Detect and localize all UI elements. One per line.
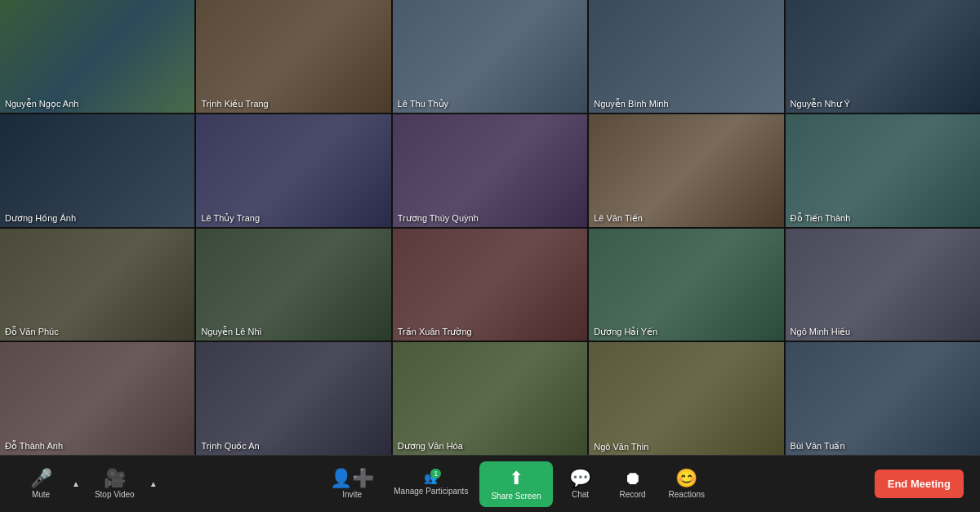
participant-name-10: Đỗ Tiến Thành (791, 213, 851, 224)
video-cell-2[interactable]: Trịnh Kiều Trang (196, 0, 390, 113)
stop-video-button[interactable]: 🎥 Stop Video (87, 465, 143, 504)
manage-participants-label: Manage Participants (394, 487, 468, 496)
camera-icon: 🎥 (104, 470, 126, 488)
participant-name-20: Bùi Văn Tuấn (791, 441, 845, 452)
participant-name-6: Dương Hồng Ánh (5, 213, 76, 224)
microphone-icon: 🎤 (30, 470, 52, 488)
video-cell-8[interactable]: Trương Thúy Quỳnh (393, 114, 587, 227)
participant-name-8: Trương Thúy Quỳnh (398, 213, 479, 224)
participant-name-17: Trịnh Quốc An (201, 441, 259, 452)
participant-name-1: Nguyễn Ngọc Anh (5, 99, 78, 109)
share-screen-label: Share Screen (491, 492, 541, 501)
video-grid: Nguyễn Ngọc AnhTrịnh Kiều TrangLê Thu Th… (0, 0, 980, 455)
invite-icon: 👤➕ (330, 470, 374, 488)
video-cell-10[interactable]: Đỗ Tiến Thành (786, 114, 980, 227)
participant-name-5: Nguyễn Như Ý (791, 99, 850, 109)
reactions-label: Reactions (669, 490, 705, 499)
participants-badge: 1 (430, 469, 441, 479)
participant-name-2: Trịnh Kiều Trang (201, 99, 268, 109)
video-cell-4[interactable]: Nguyễn Bình Minh (589, 0, 783, 113)
participants-icon-wrap: 👥 1 (424, 472, 438, 484)
video-cell-19[interactable]: Ngô Văn Thin (589, 342, 783, 455)
video-cell-20[interactable]: Bùi Văn Tuấn (786, 342, 980, 455)
participant-name-16: Đỗ Thành Anh (5, 441, 63, 452)
video-cell-16[interactable]: Đỗ Thành Anh (0, 342, 194, 455)
chat-button[interactable]: 💬 Chat (556, 465, 605, 504)
participant-name-19: Ngô Văn Thin (594, 442, 648, 452)
chat-label: Chat (572, 490, 589, 499)
toolbar-left: 🎤 Mute ▲ 🎥 Stop Video ▲ (16, 465, 161, 504)
video-cell-13[interactable]: Trần Xuân Trường (393, 229, 587, 341)
participant-name-3: Lê Thu Thủy (398, 99, 448, 109)
video-cell-18[interactable]: Dương Văn Hóa (393, 342, 587, 455)
video-cell-7[interactable]: Lê Thủy Trang (196, 114, 390, 227)
video-cell-5[interactable]: Nguyễn Như Ý (786, 0, 980, 113)
participant-name-4: Nguyễn Bình Minh (594, 99, 668, 109)
video-cell-6[interactable]: Dương Hồng Ánh (0, 114, 194, 227)
video-cell-12[interactable]: Nguyễn Lê Nhì (196, 229, 390, 341)
reactions-button[interactable]: 😊 Reactions (661, 465, 713, 504)
participant-name-11: Đỗ Văn Phúc (5, 327, 59, 337)
video-cell-11[interactable]: Đỗ Văn Phúc (0, 229, 194, 341)
participant-name-13: Trần Xuân Trường (398, 327, 472, 337)
video-cell-9[interactable]: Lê Văn Tiến (589, 114, 783, 227)
participant-name-18: Dương Văn Hóa (398, 441, 463, 452)
mute-chevron[interactable]: ▲ (69, 474, 83, 493)
video-cell-17[interactable]: Trịnh Quốc An (196, 342, 390, 455)
toolbar-center: 👤➕ Invite 👥 1 Manage Participants ⬆ Shar… (161, 461, 875, 507)
participant-name-12: Nguyễn Lê Nhì (201, 327, 261, 337)
participant-name-9: Lê Văn Tiến (594, 213, 643, 224)
toolbar: 🎤 Mute ▲ 🎥 Stop Video ▲ 👤➕ Invite 👥 1 Ma… (0, 455, 980, 512)
invite-label: Invite (342, 490, 362, 499)
video-chevron[interactable]: ▲ (146, 474, 161, 493)
participant-name-14: Dương Hải Yến (594, 327, 657, 337)
reactions-icon: 😊 (675, 470, 697, 488)
record-label: Record (619, 490, 645, 499)
share-screen-button[interactable]: ⬆ Share Screen (479, 461, 552, 507)
mute-button[interactable]: 🎤 Mute (16, 465, 65, 504)
video-cell-3[interactable]: Lê Thu Thủy (393, 0, 587, 113)
video-cell-14[interactable]: Dương Hải Yến (589, 229, 783, 341)
participant-name-15: Ngô Minh Hiếu (791, 327, 851, 337)
video-cell-15[interactable]: Ngô Minh Hiếu (786, 229, 980, 341)
video-cell-1[interactable]: Nguyễn Ngọc Anh (0, 0, 194, 113)
manage-participants-button[interactable]: 👥 1 Manage Participants (385, 467, 476, 501)
mute-label: Mute (32, 490, 50, 499)
share-screen-icon: ⬆ (509, 468, 523, 489)
stop-video-label: Stop Video (95, 490, 135, 499)
toolbar-right: End Meeting (875, 470, 964, 498)
record-icon: ⏺ (624, 470, 642, 488)
invite-button[interactable]: 👤➕ Invite (322, 465, 382, 504)
chat-icon: 💬 (569, 470, 591, 488)
participant-name-7: Lê Thủy Trang (201, 213, 260, 224)
end-meeting-button[interactable]: End Meeting (875, 470, 964, 498)
record-button[interactable]: ⏺ Record (608, 465, 657, 504)
